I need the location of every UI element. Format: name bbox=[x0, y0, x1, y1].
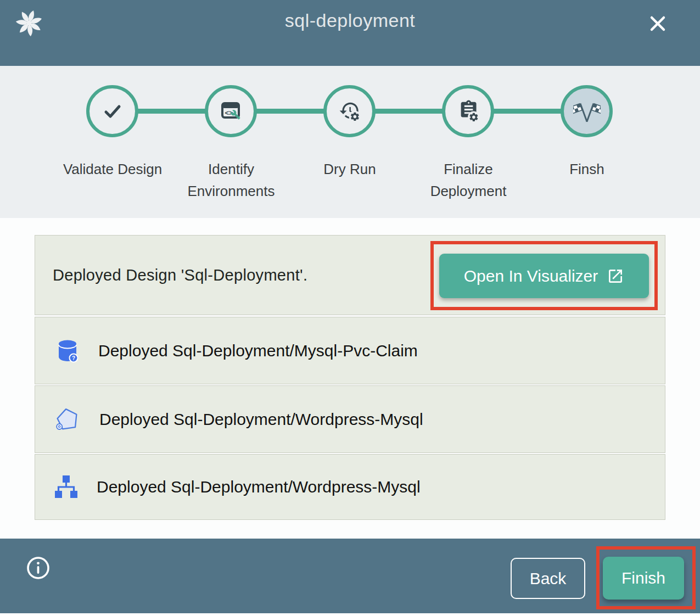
modal-header: sql-deployment bbox=[0, 0, 700, 66]
open-in-visualizer-label: Open In Visualizer bbox=[464, 267, 598, 285]
hierarchy-icon bbox=[54, 475, 78, 499]
svg-text:?: ? bbox=[72, 355, 75, 361]
deployed-item-row-pvc-claim: ? Deployed Sql-Deployment/Mysql-Pvc-Clai… bbox=[35, 317, 665, 384]
open-in-new-icon bbox=[607, 267, 624, 285]
step-label-identify-environments: Identify Environments bbox=[171, 158, 292, 203]
step-label-validate-design: Validate Design bbox=[52, 158, 173, 180]
modal-title: sql-deployment bbox=[0, 0, 700, 41]
step-identify-environments[interactable]: <> bbox=[205, 85, 257, 137]
back-button[interactable]: Back bbox=[511, 558, 585, 599]
dry-run-history-gear-icon bbox=[337, 98, 363, 125]
finish-button[interactable]: Finish bbox=[603, 557, 684, 600]
deployed-item-row-wordpress-mysql-1: Deployed Sql-Deployment/Wordpress-Mysql bbox=[35, 385, 665, 453]
deployed-item-text: Deployed Sql-Deployment/Wordpress-Mysql bbox=[97, 478, 421, 496]
checkered-flags-icon bbox=[573, 98, 601, 125]
modal-footer: Back Finish bbox=[0, 539, 700, 613]
info-button[interactable] bbox=[26, 556, 51, 580]
step-label-finalize-deployment: Finalize Deployment bbox=[408, 158, 529, 203]
step-label-finish: Finsh bbox=[527, 158, 647, 180]
deployed-item-row-wordpress-mysql-2: Deployed Sql-Deployment/Wordpress-Mysql bbox=[35, 454, 665, 520]
info-icon bbox=[26, 556, 51, 580]
close-x-icon bbox=[647, 13, 668, 34]
step-finish[interactable] bbox=[561, 85, 613, 137]
step-finalize-deployment[interactable] bbox=[442, 85, 494, 137]
checkmark-icon bbox=[99, 98, 126, 125]
clipboard-gear-icon bbox=[455, 98, 481, 125]
code-config-icon: <> bbox=[218, 98, 244, 125]
meshery-pinwheel-logo-icon bbox=[14, 7, 44, 39]
bottom-strip bbox=[0, 613, 700, 616]
deployment-wizard-modal: sql-deployment bbox=[0, 0, 700, 616]
step-label-dry-run: Dry Run bbox=[289, 158, 410, 180]
deployed-item-text: Deployed Sql-Deployment/Mysql-Pvc-Claim bbox=[98, 341, 418, 360]
deployed-design-text: Deployed Design 'Sql-Deployment'. bbox=[53, 266, 307, 284]
wizard-stepper: <> bbox=[0, 66, 700, 218]
step-validate-design[interactable] bbox=[86, 85, 138, 137]
open-in-visualizer-button[interactable]: Open In Visualizer bbox=[439, 254, 649, 298]
deployed-item-text: Deployed Sql-Deployment/Wordpress-Mysql bbox=[99, 410, 423, 429]
pentagon-component-icon bbox=[55, 407, 81, 432]
close-button[interactable] bbox=[647, 13, 668, 34]
database-icon: ? bbox=[55, 339, 80, 363]
step-dry-run[interactable] bbox=[323, 85, 376, 137]
